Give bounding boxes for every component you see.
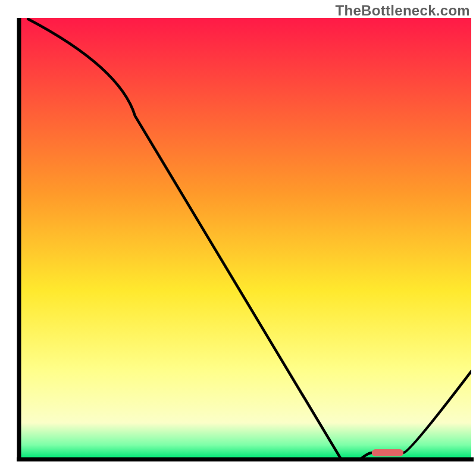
chart-svg [0, 0, 476, 476]
watermark-text: TheBottleneck.com [336, 2, 470, 19]
gradient-background [19, 18, 471, 458]
chart-stage: TheBottleneck.com [0, 0, 476, 476]
optimal-marker [372, 449, 403, 456]
